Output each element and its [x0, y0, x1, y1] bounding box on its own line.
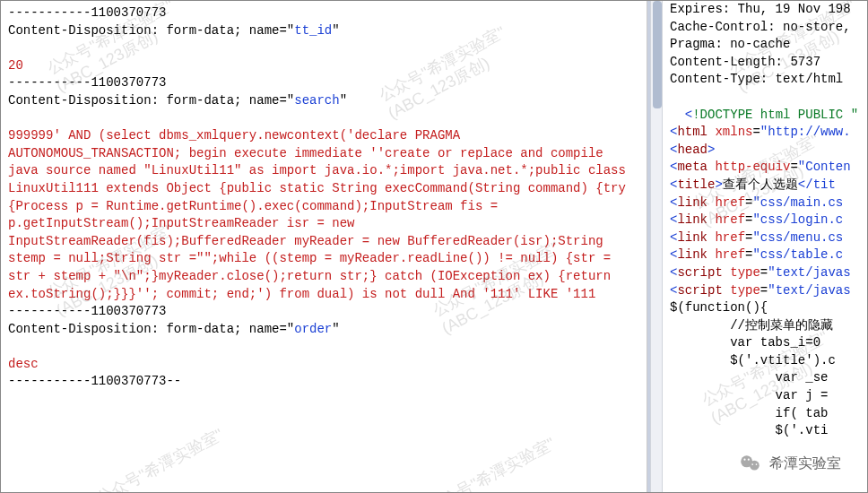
- request-pane: -----------1100370773 Content-Dispositio…: [1, 1, 647, 492]
- svg-point-2: [743, 459, 745, 461]
- request-content[interactable]: -----------1100370773 Content-Dispositio…: [8, 4, 639, 391]
- wechat-label: 希潭实验室: [769, 454, 841, 473]
- scrollbar-thumb[interactable]: [653, 1, 662, 108]
- response-pane: Expires: Thu, 19 Nov 198 Cache-Control: …: [647, 1, 867, 492]
- wechat-badge: 希潭实验室: [739, 452, 841, 475]
- svg-point-5: [756, 463, 758, 465]
- response-content[interactable]: Expires: Thu, 19 Nov 198 Cache-Control: …: [670, 1, 864, 440]
- scrollbar-track[interactable]: [650, 1, 663, 492]
- wechat-icon: [739, 452, 762, 475]
- svg-point-4: [751, 463, 753, 465]
- svg-point-3: [748, 459, 750, 461]
- svg-point-1: [750, 461, 760, 471]
